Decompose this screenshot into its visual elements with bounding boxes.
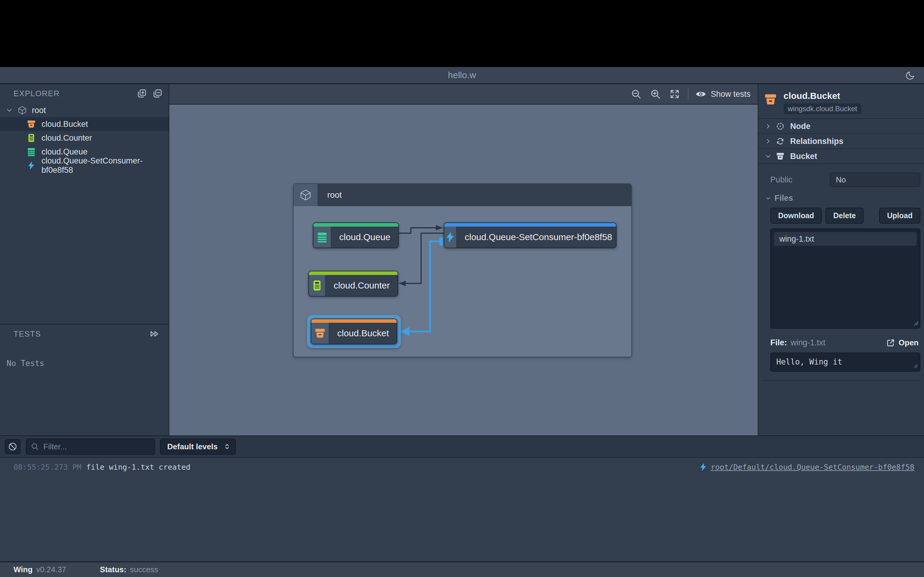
log-message: file wing-1.txt created xyxy=(86,463,191,472)
file-content-box: Hello, Wing it xyxy=(770,353,921,373)
app-version: v0.24.37 xyxy=(36,565,66,574)
tree-item-label: root xyxy=(32,106,46,115)
chevron-right-icon xyxy=(763,122,773,130)
map-canvas[interactable]: root xyxy=(170,105,758,435)
log-timestamp: 08:55:25.273 PM xyxy=(13,463,81,472)
show-tests-label: Show tests xyxy=(711,90,750,99)
file-list: wing-1.txt xyxy=(770,228,921,329)
theme-toggle-button[interactable] xyxy=(903,69,917,81)
map-node-cloud-bucket[interactable]: cloud.Bucket xyxy=(311,319,397,344)
map-node-cloud-counter[interactable]: cloud.Counter xyxy=(308,271,398,297)
function-icon xyxy=(699,463,708,472)
zoom-in-button[interactable] xyxy=(646,89,665,100)
node-label: cloud.Queue-SetConsumer-bf0e8f58 xyxy=(457,227,617,248)
run-all-tests-button[interactable] xyxy=(150,329,160,339)
public-label: Public xyxy=(770,175,830,185)
chevron-down-icon[interactable] xyxy=(5,106,13,114)
console-toolbar: Default levels xyxy=(0,436,924,458)
resize-grip-icon[interactable] xyxy=(913,363,918,369)
app-version-group: Wing v0.24.37 xyxy=(13,565,66,574)
upload-button[interactable]: Upload xyxy=(879,208,921,224)
expand-all-icon xyxy=(137,89,147,98)
bucket-icon xyxy=(26,119,36,129)
tree-item-cloud-counter[interactable]: cloud.Counter xyxy=(0,131,169,145)
inspector-header: cloud.Bucket wingsdk.cloud.Bucket xyxy=(758,84,924,119)
relationships-icon xyxy=(776,137,785,146)
eye-icon xyxy=(695,89,706,100)
node-icon xyxy=(776,122,785,131)
show-tests-toggle[interactable]: Show tests xyxy=(692,89,758,100)
file-info-row: File: wing-1.txt Open xyxy=(770,338,921,348)
function-icon xyxy=(26,161,36,171)
clear-logs-button[interactable] xyxy=(5,439,21,454)
tree-item-cloud-queue-setconsumer[interactable]: cloud.Queue-SetConsumer-bf0e8f58 xyxy=(0,159,169,172)
bucket-icon xyxy=(776,152,785,161)
map-toolbar: Show tests xyxy=(170,84,758,105)
status-label: Status: xyxy=(100,565,126,574)
main-area: EXPLORER xyxy=(0,84,924,435)
map-root-label: root xyxy=(318,184,632,206)
bucket-icon xyxy=(311,323,330,344)
cube-icon xyxy=(294,184,318,206)
status-value: success xyxy=(130,565,158,574)
bucket-icon xyxy=(764,93,777,106)
file-list-item[interactable]: wing-1.txt xyxy=(774,232,917,246)
tree-item-label: cloud.Queue-SetConsumer-bf0e8f58 xyxy=(42,156,169,175)
delete-button[interactable]: Delete xyxy=(825,208,864,224)
resize-grip-icon[interactable] xyxy=(913,320,919,327)
chevron-down-icon xyxy=(763,153,773,160)
queue-icon xyxy=(26,147,36,156)
node-topbar xyxy=(313,223,398,227)
node-topbar xyxy=(309,271,397,275)
cube-icon xyxy=(18,105,27,115)
log-level-select[interactable]: Default levels xyxy=(160,438,236,455)
select-chevrons-icon xyxy=(223,443,231,450)
section-relationships[interactable]: Relationships xyxy=(758,134,924,149)
collapse-all-button[interactable] xyxy=(152,89,163,98)
bucket-section-body: Public No Files Download Delete Upload xyxy=(758,164,924,381)
fit-to-screen-button[interactable] xyxy=(665,89,684,100)
download-button[interactable]: Download xyxy=(770,208,822,224)
section-bucket[interactable]: Bucket xyxy=(758,149,924,164)
node-topbar xyxy=(444,223,616,227)
resource-tree: root cloud.Bucket cloud.Counter xyxy=(0,103,169,172)
node-label: cloud.Queue xyxy=(331,227,398,248)
node-label: cloud.Bucket xyxy=(330,323,397,344)
file-label: File: xyxy=(770,338,787,347)
section-label: Relationships xyxy=(790,137,843,146)
collapse-all-icon xyxy=(152,89,163,98)
wing-console-app: hello.w EXPLORER xyxy=(0,0,924,577)
expand-icon xyxy=(669,89,680,100)
tree-item-label: cloud.Counter xyxy=(42,134,92,143)
window-title: hello.w xyxy=(448,70,476,80)
section-node[interactable]: Node xyxy=(758,119,924,134)
tests-empty-message: No Tests xyxy=(6,359,169,368)
chevron-down-icon xyxy=(764,195,773,201)
log-filter-input[interactable] xyxy=(43,442,150,452)
public-value: No xyxy=(830,172,921,187)
open-label: Open xyxy=(899,338,919,347)
tests-header: TESTS xyxy=(0,324,169,343)
moon-icon xyxy=(905,70,915,81)
zoom-out-button[interactable] xyxy=(627,89,646,100)
open-file-button[interactable]: Open xyxy=(884,338,921,348)
explorer-sidebar: EXPLORER xyxy=(0,84,170,435)
public-field-row: Public No xyxy=(770,172,921,187)
map-node-cloud-queue[interactable]: cloud.Queue xyxy=(313,222,399,248)
selection-ring: cloud.Bucket xyxy=(307,315,401,348)
map-root-header[interactable]: root xyxy=(294,184,632,206)
section-label: Bucket xyxy=(790,152,817,161)
toolbar-divider xyxy=(688,89,688,100)
counter-icon xyxy=(26,133,36,143)
log-area: 08:55:25.273 PM file wing-1.txt created … xyxy=(0,463,924,472)
tests-panel: TESTS No Tests xyxy=(0,324,169,368)
map-node-cloud-queue-setconsumer[interactable]: cloud.Queue-SetConsumer-bf0e8f58 xyxy=(444,222,617,248)
files-subsection-header[interactable]: Files xyxy=(764,193,921,203)
expand-all-button[interactable] xyxy=(137,89,147,98)
tree-item-root[interactable]: root xyxy=(0,103,169,117)
file-content-textarea[interactable]: Hello, Wing it xyxy=(770,353,921,372)
log-filter[interactable] xyxy=(26,438,155,455)
log-resource-link[interactable]: root/Default/cloud.Queue-SetConsumer-bf0… xyxy=(711,463,914,472)
tree-item-cloud-bucket[interactable]: cloud.Bucket xyxy=(0,117,169,131)
zoom-out-icon xyxy=(631,89,641,100)
